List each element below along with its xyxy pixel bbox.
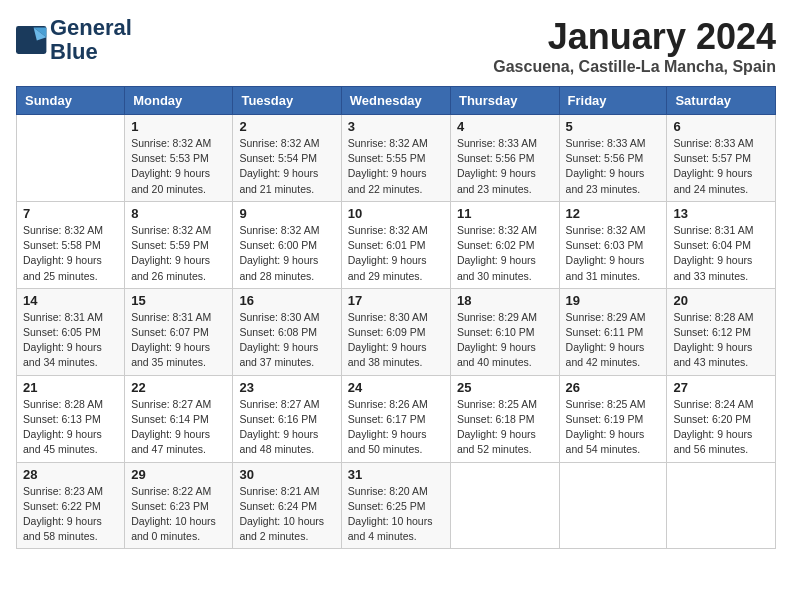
day-cell: 25Sunrise: 8:25 AM Sunset: 6:18 PM Dayli…: [450, 375, 559, 462]
day-cell: 26Sunrise: 8:25 AM Sunset: 6:19 PM Dayli…: [559, 375, 667, 462]
day-cell: 23Sunrise: 8:27 AM Sunset: 6:16 PM Dayli…: [233, 375, 341, 462]
day-info: Sunrise: 8:32 AM Sunset: 5:54 PM Dayligh…: [239, 136, 334, 197]
day-cell: 24Sunrise: 8:26 AM Sunset: 6:17 PM Dayli…: [341, 375, 450, 462]
day-info: Sunrise: 8:32 AM Sunset: 5:58 PM Dayligh…: [23, 223, 118, 284]
week-row-1: 1Sunrise: 8:32 AM Sunset: 5:53 PM Daylig…: [17, 115, 776, 202]
day-info: Sunrise: 8:29 AM Sunset: 6:11 PM Dayligh…: [566, 310, 661, 371]
day-info: Sunrise: 8:32 AM Sunset: 6:00 PM Dayligh…: [239, 223, 334, 284]
day-cell: 20Sunrise: 8:28 AM Sunset: 6:12 PM Dayli…: [667, 288, 776, 375]
header-cell-sunday: Sunday: [17, 87, 125, 115]
day-cell: [17, 115, 125, 202]
title-block: January 2024 Gascuena, Castille-La Manch…: [493, 16, 776, 76]
day-info: Sunrise: 8:32 AM Sunset: 5:55 PM Dayligh…: [348, 136, 444, 197]
day-info: Sunrise: 8:32 AM Sunset: 6:01 PM Dayligh…: [348, 223, 444, 284]
logo: General Blue: [16, 16, 132, 64]
day-info: Sunrise: 8:24 AM Sunset: 6:20 PM Dayligh…: [673, 397, 769, 458]
day-number: 27: [673, 380, 769, 395]
day-info: Sunrise: 8:28 AM Sunset: 6:12 PM Dayligh…: [673, 310, 769, 371]
day-info: Sunrise: 8:30 AM Sunset: 6:08 PM Dayligh…: [239, 310, 334, 371]
logo-text: General Blue: [50, 16, 132, 64]
day-number: 7: [23, 206, 118, 221]
day-info: Sunrise: 8:25 AM Sunset: 6:19 PM Dayligh…: [566, 397, 661, 458]
day-number: 17: [348, 293, 444, 308]
day-cell: 19Sunrise: 8:29 AM Sunset: 6:11 PM Dayli…: [559, 288, 667, 375]
header-cell-monday: Monday: [125, 87, 233, 115]
day-cell: 6Sunrise: 8:33 AM Sunset: 5:57 PM Daylig…: [667, 115, 776, 202]
week-row-4: 21Sunrise: 8:28 AM Sunset: 6:13 PM Dayli…: [17, 375, 776, 462]
day-number: 18: [457, 293, 553, 308]
day-number: 8: [131, 206, 226, 221]
day-info: Sunrise: 8:27 AM Sunset: 6:16 PM Dayligh…: [239, 397, 334, 458]
day-number: 19: [566, 293, 661, 308]
day-number: 4: [457, 119, 553, 134]
day-number: 21: [23, 380, 118, 395]
day-cell: 4Sunrise: 8:33 AM Sunset: 5:56 PM Daylig…: [450, 115, 559, 202]
header-cell-tuesday: Tuesday: [233, 87, 341, 115]
day-number: 30: [239, 467, 334, 482]
day-number: 24: [348, 380, 444, 395]
day-cell: 21Sunrise: 8:28 AM Sunset: 6:13 PM Dayli…: [17, 375, 125, 462]
day-number: 22: [131, 380, 226, 395]
day-cell: 30Sunrise: 8:21 AM Sunset: 6:24 PM Dayli…: [233, 462, 341, 549]
header-cell-friday: Friday: [559, 87, 667, 115]
day-number: 28: [23, 467, 118, 482]
day-cell: 10Sunrise: 8:32 AM Sunset: 6:01 PM Dayli…: [341, 201, 450, 288]
day-number: 6: [673, 119, 769, 134]
day-info: Sunrise: 8:29 AM Sunset: 6:10 PM Dayligh…: [457, 310, 553, 371]
header-cell-wednesday: Wednesday: [341, 87, 450, 115]
day-cell: 13Sunrise: 8:31 AM Sunset: 6:04 PM Dayli…: [667, 201, 776, 288]
day-number: 1: [131, 119, 226, 134]
calendar-table: SundayMondayTuesdayWednesdayThursdayFrid…: [16, 86, 776, 549]
day-cell: 14Sunrise: 8:31 AM Sunset: 6:05 PM Dayli…: [17, 288, 125, 375]
day-cell: 5Sunrise: 8:33 AM Sunset: 5:56 PM Daylig…: [559, 115, 667, 202]
day-number: 9: [239, 206, 334, 221]
day-cell: 15Sunrise: 8:31 AM Sunset: 6:07 PM Dayli…: [125, 288, 233, 375]
day-info: Sunrise: 8:33 AM Sunset: 5:56 PM Dayligh…: [457, 136, 553, 197]
day-cell: 22Sunrise: 8:27 AM Sunset: 6:14 PM Dayli…: [125, 375, 233, 462]
header-row: SundayMondayTuesdayWednesdayThursdayFrid…: [17, 87, 776, 115]
day-number: 31: [348, 467, 444, 482]
day-cell: 3Sunrise: 8:32 AM Sunset: 5:55 PM Daylig…: [341, 115, 450, 202]
week-row-2: 7Sunrise: 8:32 AM Sunset: 5:58 PM Daylig…: [17, 201, 776, 288]
day-number: 15: [131, 293, 226, 308]
header-cell-thursday: Thursday: [450, 87, 559, 115]
day-info: Sunrise: 8:31 AM Sunset: 6:04 PM Dayligh…: [673, 223, 769, 284]
day-number: 3: [348, 119, 444, 134]
day-cell: [450, 462, 559, 549]
day-info: Sunrise: 8:31 AM Sunset: 6:05 PM Dayligh…: [23, 310, 118, 371]
day-info: Sunrise: 8:32 AM Sunset: 5:53 PM Dayligh…: [131, 136, 226, 197]
day-number: 14: [23, 293, 118, 308]
day-number: 11: [457, 206, 553, 221]
day-cell: 28Sunrise: 8:23 AM Sunset: 6:22 PM Dayli…: [17, 462, 125, 549]
day-number: 10: [348, 206, 444, 221]
week-row-3: 14Sunrise: 8:31 AM Sunset: 6:05 PM Dayli…: [17, 288, 776, 375]
day-cell: [559, 462, 667, 549]
day-info: Sunrise: 8:30 AM Sunset: 6:09 PM Dayligh…: [348, 310, 444, 371]
month-title: January 2024: [493, 16, 776, 58]
day-cell: 1Sunrise: 8:32 AM Sunset: 5:53 PM Daylig…: [125, 115, 233, 202]
day-info: Sunrise: 8:21 AM Sunset: 6:24 PM Dayligh…: [239, 484, 334, 545]
day-number: 20: [673, 293, 769, 308]
day-cell: 31Sunrise: 8:20 AM Sunset: 6:25 PM Dayli…: [341, 462, 450, 549]
day-number: 13: [673, 206, 769, 221]
logo-line2: Blue: [50, 40, 132, 64]
day-number: 2: [239, 119, 334, 134]
day-cell: 16Sunrise: 8:30 AM Sunset: 6:08 PM Dayli…: [233, 288, 341, 375]
day-info: Sunrise: 8:33 AM Sunset: 5:56 PM Dayligh…: [566, 136, 661, 197]
day-cell: 18Sunrise: 8:29 AM Sunset: 6:10 PM Dayli…: [450, 288, 559, 375]
day-cell: 11Sunrise: 8:32 AM Sunset: 6:02 PM Dayli…: [450, 201, 559, 288]
day-number: 5: [566, 119, 661, 134]
day-info: Sunrise: 8:27 AM Sunset: 6:14 PM Dayligh…: [131, 397, 226, 458]
day-cell: 2Sunrise: 8:32 AM Sunset: 5:54 PM Daylig…: [233, 115, 341, 202]
day-cell: 9Sunrise: 8:32 AM Sunset: 6:00 PM Daylig…: [233, 201, 341, 288]
logo-line1: General: [50, 16, 132, 40]
logo-icon: [16, 26, 48, 54]
day-info: Sunrise: 8:20 AM Sunset: 6:25 PM Dayligh…: [348, 484, 444, 545]
day-cell: 12Sunrise: 8:32 AM Sunset: 6:03 PM Dayli…: [559, 201, 667, 288]
day-info: Sunrise: 8:25 AM Sunset: 6:18 PM Dayligh…: [457, 397, 553, 458]
day-info: Sunrise: 8:31 AM Sunset: 6:07 PM Dayligh…: [131, 310, 226, 371]
day-cell: 8Sunrise: 8:32 AM Sunset: 5:59 PM Daylig…: [125, 201, 233, 288]
header-cell-saturday: Saturday: [667, 87, 776, 115]
day-info: Sunrise: 8:32 AM Sunset: 6:03 PM Dayligh…: [566, 223, 661, 284]
day-info: Sunrise: 8:28 AM Sunset: 6:13 PM Dayligh…: [23, 397, 118, 458]
